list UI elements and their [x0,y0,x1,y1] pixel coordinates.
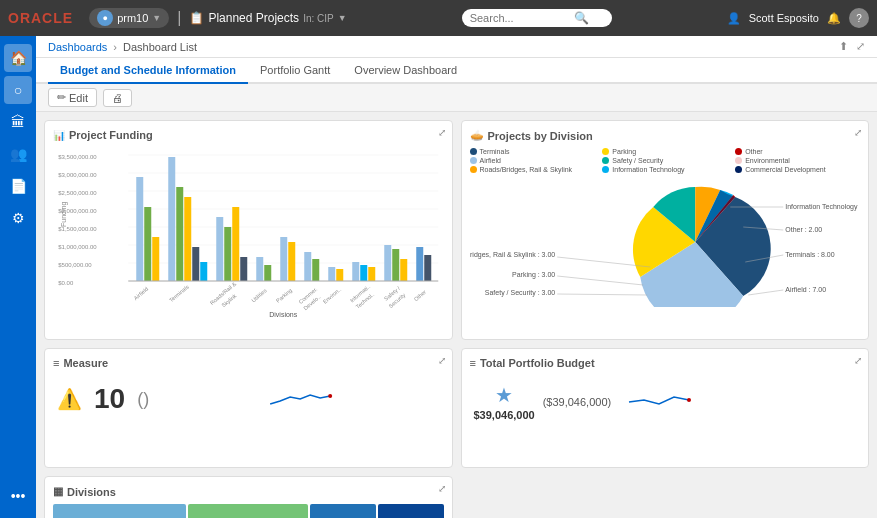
oracle-logo: ORACLE [8,10,73,26]
expand-button[interactable]: ⤢ [438,483,446,494]
svg-text:$2,500,000.00: $2,500,000.00 [58,190,97,196]
sidebar-item-projects[interactable]: 🏛 [4,108,32,136]
svg-point-69 [687,398,691,402]
tab-budget-schedule[interactable]: Budget and Schedule Information [48,58,248,84]
measure-value: 10 [94,383,125,415]
budget-sparkline [619,392,699,412]
svg-rect-25 [216,217,223,281]
svg-text:Parking: Parking [275,287,293,304]
svg-rect-36 [336,269,343,281]
app-icon: ● [97,10,113,26]
expand-button[interactable]: ⤢ [854,355,862,366]
treemap-airfield: Airfield [188,504,308,518]
svg-rect-17 [136,177,143,281]
projects-by-division-title: 🥧 Projects by Division [470,129,861,142]
star-icon: ★ [495,383,513,407]
svg-rect-44 [424,255,431,281]
svg-rect-35 [328,267,335,281]
svg-rect-24 [200,262,207,281]
svg-rect-29 [256,257,263,281]
legend-airfield: Airfield [470,157,595,164]
top-navigation: ORACLE ● prm10 ▼ | 📋 Planned Projects In… [0,0,877,36]
search-icon: 🔍 [574,11,589,25]
legend-commercial: Commercial Development [735,166,860,173]
total-portfolio-budget-card: ≡ Total Portfolio Budget ⤢ ★ $39,046,000… [461,348,870,468]
svg-rect-21 [176,187,183,281]
expand-icon[interactable]: ⤢ [856,40,865,53]
svg-text:Airfield: Airfield [133,286,150,301]
treemap-terminals: Terminals [53,504,186,518]
svg-text:$0.00: $0.00 [58,280,74,286]
legend-dot-roads [470,166,477,173]
legend-roads: Roads/Bridges, Rail & Skylink [470,166,595,173]
pie-chart-svg: Information Technology : 2.00 Other : 2.… [470,177,861,307]
label-other: Other : 2.00 [785,226,822,233]
user-name: Scott Esposito [749,12,819,24]
svg-rect-37 [352,262,359,281]
expand-button[interactable]: ⤢ [438,355,446,366]
edit-button[interactable]: ✏ Edit [48,88,97,107]
sidebar-item-home[interactable]: 🏠 [4,44,32,72]
svg-text:Other: Other [413,289,428,303]
svg-rect-20 [168,157,175,281]
sidebar-item-settings[interactable]: ⚙ [4,204,32,232]
measure-title: ≡ Measure [53,357,444,369]
tab-overview-dashboard[interactable]: Overview Dashboard [342,58,469,84]
treemap-commercial: Commercial Development [310,504,376,518]
sidebar-item-people[interactable]: 👥 [4,140,32,168]
breadcrumb-level1[interactable]: Dashboards [48,41,107,53]
svg-rect-32 [288,242,295,281]
user-icon: 👤 [727,12,741,25]
tab-portfolio-gantt[interactable]: Portfolio Gantt [248,58,342,84]
sidebar: 🏠 ○ 🏛 👥 📄 ⚙ ••• [0,36,36,518]
legend-dot-it [602,166,609,173]
svg-rect-33 [304,252,311,281]
app-selector[interactable]: ● prm10 ▼ [89,8,169,28]
label-terminals: Terminals : 8.00 [785,251,835,258]
sidebar-item-more[interactable]: ••• [4,482,32,510]
legend-dot-commercial [735,166,742,173]
expand-button[interactable]: ⤢ [438,127,446,138]
toolbar: ✏ Edit 🖨 [36,84,877,112]
project-funding-card: 📊 Project Funding ⤢ $3,500,000.00 $3,000… [44,120,453,340]
divisions-title: ▦ Divisions [53,485,444,498]
svg-rect-18 [144,207,151,281]
budget-value2: ($39,046,000) [543,396,612,408]
print-button[interactable]: 🖨 [103,89,132,107]
legend-it: Information Technology [602,166,727,173]
divisions-card: ▦ Divisions ⤢ Terminals Airfield Commerc… [44,476,453,518]
measure-card: ≡ Measure ⤢ ⚠️ 10 () [44,348,453,468]
share-icon[interactable]: ⬆ [839,40,848,53]
svg-rect-41 [392,249,399,281]
label-it: Information Technology : 2.00 [785,203,860,211]
breadcrumb: Dashboards › Dashboard List ⬆ ⤢ [36,36,877,58]
svg-text:$3,000,000.00: $3,000,000.00 [58,172,97,178]
bell-icon[interactable]: 🔔 [827,12,841,25]
legend-other: Other [735,148,860,155]
legend-dot-other [735,148,742,155]
svg-text:Utilities: Utilities [250,287,268,303]
breadcrumb-level2: Dashboard List [123,41,197,53]
svg-point-68 [328,394,332,398]
svg-line-64 [557,276,643,285]
legend-environmental: Environmental [735,157,860,164]
breadcrumb-separator: › [113,41,117,53]
svg-rect-23 [192,247,199,281]
budget-content: ★ $39,046,000 ($39,046,000) [470,375,861,429]
help-icon[interactable]: ? [849,8,869,28]
sidebar-item-active[interactable]: ○ [4,76,32,104]
svg-text:$500,000.00: $500,000.00 [58,262,92,268]
svg-text:Terminals: Terminals [168,283,190,303]
sidebar-item-docs[interactable]: 📄 [4,172,32,200]
search-input[interactable] [470,12,570,24]
expand-button[interactable]: ⤢ [854,127,862,138]
legend-dot-environmental [735,157,742,164]
pie-chart-icon: 🥧 [470,129,484,142]
main-content: Dashboards › Dashboard List ⬆ ⤢ Budget a… [36,36,877,518]
svg-rect-43 [416,247,423,281]
svg-rect-34 [312,259,319,281]
app-name: prm10 [117,12,148,24]
project-selector[interactable]: 📋 Planned Projects In: CIP ▼ [189,11,346,25]
legend-dot-airfield [470,157,477,164]
search-bar[interactable]: 🔍 [462,9,612,27]
